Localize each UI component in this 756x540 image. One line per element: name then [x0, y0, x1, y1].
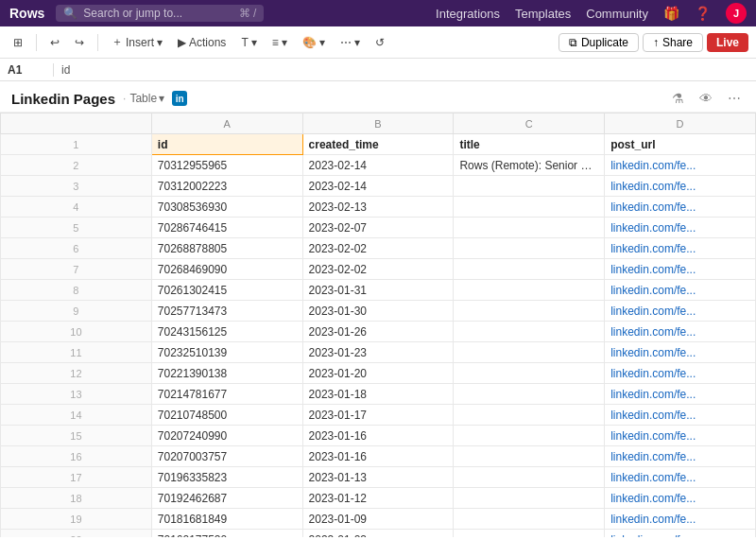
cell-18-col-1[interactable]: 2023-01-09	[302, 509, 454, 530]
cell-18-col-3[interactable]: linkedin.com/fe...	[605, 509, 756, 530]
cell-13-col-1[interactable]: 2023-01-17	[302, 405, 454, 426]
cell-16-col-1[interactable]: 2023-01-13	[302, 467, 454, 488]
cell-10-col-0[interactable]: 70232510139	[151, 342, 302, 363]
cell-8-col-0[interactable]: 70257713473	[151, 301, 302, 322]
cell-1-col-0[interactable]: 70312955965	[151, 155, 302, 176]
cell-17-col-0[interactable]: 70192462687	[151, 488, 302, 509]
cell-12-col-1[interactable]: 2023-01-18	[302, 384, 454, 405]
cell-19-col-2[interactable]	[454, 530, 605, 538]
cell-19-col-0[interactable]: 70160177530	[151, 530, 302, 538]
cell-9-col-3[interactable]: linkedin.com/fe...	[605, 322, 756, 342]
cell-3-col-1[interactable]: 2023-02-13	[302, 197, 454, 218]
cell-15-col-2[interactable]	[454, 446, 605, 467]
nav-integrations[interactable]: Integrations	[436, 7, 500, 21]
cell-12-col-3[interactable]: linkedin.com/fe...	[605, 384, 756, 405]
avatar[interactable]: J	[726, 3, 747, 24]
col-header-d[interactable]: D	[605, 113, 756, 134]
reset-button[interactable]: ↺	[369, 33, 390, 52]
cell-2-col-3[interactable]: linkedin.com/fe...	[605, 176, 756, 197]
cell-11-col-0[interactable]: 70221390138	[151, 363, 302, 384]
cell-6-col-3[interactable]: linkedin.com/fe...	[605, 259, 756, 280]
view-button[interactable]: 👁	[696, 89, 716, 108]
cell-7-col-0[interactable]: 70261302415	[151, 280, 302, 301]
cell-16-col-2[interactable]	[454, 467, 605, 488]
cell-19-col-1[interactable]: 2023-01-03	[302, 530, 454, 538]
help-icon[interactable]: ❓	[695, 6, 711, 21]
col-c-name[interactable]: title	[454, 134, 605, 155]
cell-8-col-1[interactable]: 2023-01-30	[302, 301, 454, 322]
cell-7-col-2[interactable]	[454, 280, 605, 301]
cell-3-col-0[interactable]: 70308536930	[151, 197, 302, 218]
cell-1-col-2[interactable]: Rows (Remote): Senior Frontend Engineer	[454, 155, 605, 176]
cell-14-col-1[interactable]: 2023-01-16	[302, 426, 454, 446]
cell-8-col-3[interactable]: linkedin.com/fe...	[605, 301, 756, 322]
cell-17-col-2[interactable]	[454, 488, 605, 509]
cell-5-col-2[interactable]	[454, 238, 605, 259]
live-button[interactable]: Live	[707, 33, 748, 52]
cell-10-col-1[interactable]: 2023-01-23	[302, 342, 454, 363]
cell-17-col-3[interactable]: linkedin.com/fe...	[605, 488, 756, 509]
cell-2-col-1[interactable]: 2023-02-14	[302, 176, 454, 197]
cell-15-col-0[interactable]: 70207003757	[151, 446, 302, 467]
cell-14-col-0[interactable]: 70207240990	[151, 426, 302, 446]
table-view-button[interactable]: Table ▾	[129, 92, 164, 105]
col-b-name[interactable]: created_time	[302, 134, 454, 155]
cell-14-col-2[interactable]	[454, 426, 605, 446]
search-box[interactable]: 🔍 Search or jump to... ⌘ /	[56, 5, 264, 22]
text-format-button[interactable]: T ▾	[235, 33, 262, 52]
col-header-b[interactable]: B	[302, 113, 454, 134]
col-header-c[interactable]: C	[454, 113, 605, 134]
cell-13-col-3[interactable]: linkedin.com/fe...	[605, 405, 756, 426]
col-d-name[interactable]: post_url	[605, 134, 756, 155]
cell-2-col-0[interactable]: 70312002223	[151, 176, 302, 197]
cell-7-col-3[interactable]: linkedin.com/fe...	[605, 280, 756, 301]
cell-8-col-2[interactable]	[454, 301, 605, 322]
cell-3-col-3[interactable]: linkedin.com/fe...	[605, 197, 756, 218]
cell-14-col-3[interactable]: linkedin.com/fe...	[605, 426, 756, 446]
cell-7-col-1[interactable]: 2023-01-31	[302, 280, 454, 301]
cell-6-col-0[interactable]: 70268469090	[151, 259, 302, 280]
cell-16-col-3[interactable]: linkedin.com/fe...	[605, 467, 756, 488]
col-header-a[interactable]: A	[151, 113, 302, 134]
more-button[interactable]: ⋯ ▾	[335, 33, 366, 52]
undo-button[interactable]: ↩	[44, 33, 65, 52]
cell-4-col-2[interactable]	[454, 218, 605, 238]
sidebar-toggle-button[interactable]: ⊞	[8, 33, 28, 52]
cell-18-col-2[interactable]	[454, 509, 605, 530]
cell-5-col-0[interactable]: 70268878805	[151, 238, 302, 259]
insert-button[interactable]: ＋ Insert ▾	[106, 31, 168, 53]
color-button[interactable]: 🎨 ▾	[297, 33, 331, 52]
cell-11-col-3[interactable]: linkedin.com/fe...	[605, 363, 756, 384]
cell-12-col-2[interactable]	[454, 384, 605, 405]
cell-10-col-2[interactable]	[454, 342, 605, 363]
align-button[interactable]: ≡ ▾	[266, 33, 293, 52]
cell-1-col-1[interactable]: 2023-02-14	[302, 155, 454, 176]
cell-6-col-2[interactable]	[454, 259, 605, 280]
cell-4-col-1[interactable]: 2023-02-07	[302, 218, 454, 238]
cell-3-col-2[interactable]	[454, 197, 605, 218]
cell-11-col-2[interactable]	[454, 363, 605, 384]
cell-10-col-3[interactable]: linkedin.com/fe...	[605, 342, 756, 363]
gift-icon[interactable]: 🎁	[663, 6, 679, 21]
cell-15-col-1[interactable]: 2023-01-16	[302, 446, 454, 467]
cell-4-col-0[interactable]: 70286746415	[151, 218, 302, 238]
nav-community[interactable]: Community	[586, 7, 648, 21]
cell-17-col-1[interactable]: 2023-01-12	[302, 488, 454, 509]
actions-button[interactable]: ▶ Actions	[172, 33, 232, 52]
redo-button[interactable]: ↪	[69, 33, 90, 52]
cell-1-col-3[interactable]: linkedin.com/fe...	[605, 155, 756, 176]
cell-16-col-0[interactable]: 70196335823	[151, 467, 302, 488]
cell-11-col-1[interactable]: 2023-01-20	[302, 363, 454, 384]
more-options-button[interactable]: ⋯	[724, 89, 745, 108]
cell-9-col-0[interactable]: 70243156125	[151, 322, 302, 342]
cell-15-col-3[interactable]: linkedin.com/fe...	[605, 446, 756, 467]
spreadsheet-container[interactable]: A B C D 1 id created_time title post_url…	[0, 113, 756, 537]
cell-4-col-3[interactable]: linkedin.com/fe...	[605, 218, 756, 238]
cell-2-col-2[interactable]	[454, 176, 605, 197]
cell-12-col-0[interactable]: 70214781677	[151, 384, 302, 405]
cell-9-col-2[interactable]	[454, 322, 605, 342]
share-button[interactable]: ↑ Share	[643, 33, 703, 52]
cell-9-col-1[interactable]: 2023-01-26	[302, 322, 454, 342]
cell-19-col-3[interactable]: linkedin.com/fe...	[605, 530, 756, 538]
cell-18-col-0[interactable]: 70181681849	[151, 509, 302, 530]
